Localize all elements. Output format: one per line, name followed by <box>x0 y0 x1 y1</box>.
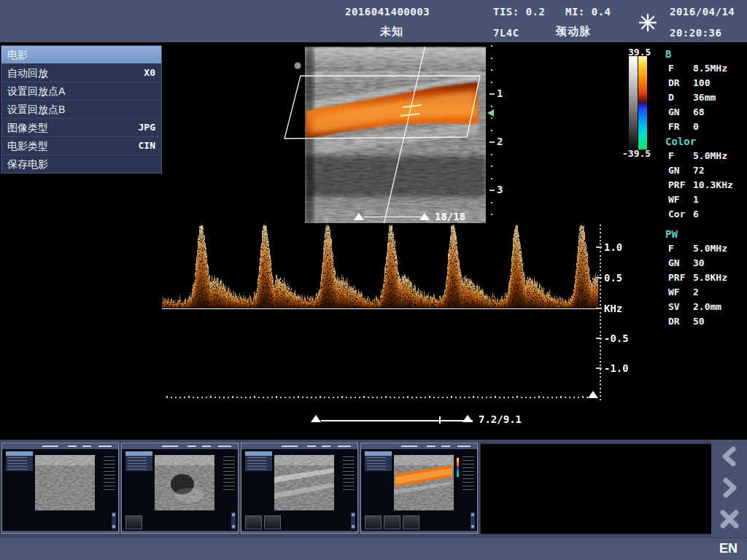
param-value: 36mm <box>693 90 746 105</box>
imaging-parameters-panel: BF8.5MHzDR100D36mmGN68FR0ColorF5.0MHzGN7… <box>664 47 746 329</box>
param-section-header-b: B <box>664 47 746 61</box>
time-dot <box>280 397 282 398</box>
depth-major-tick <box>489 93 495 95</box>
time-dot <box>236 397 238 398</box>
time-dot <box>337 397 338 398</box>
param-value: 68 <box>693 105 746 120</box>
loop-end-marker[interactable] <box>462 415 473 422</box>
menu-item-0[interactable]: 电影 <box>1 46 161 64</box>
time-dot <box>210 396 212 398</box>
thumbnail-3-bmode-layers[interactable] <box>241 443 358 534</box>
axis-label: -0.5 <box>604 332 629 344</box>
thumb-image <box>35 455 95 510</box>
cine-scrubber[interactable] <box>364 217 428 217</box>
filmstrip-prev-icon[interactable] <box>719 446 740 467</box>
depth-minor-tick <box>491 69 492 71</box>
param-row: F8.5MHz <box>664 61 746 76</box>
depth-minor-tick <box>491 117 492 119</box>
filmstrip-close-icon[interactable] <box>719 509 740 529</box>
menu-item-label: 设置回放点B <box>7 101 65 118</box>
param-label: FR <box>664 120 693 134</box>
time-dot <box>516 396 518 398</box>
thumbnail-4-color-doppler[interactable] <box>360 443 478 534</box>
param-row: GN72 <box>664 163 746 178</box>
param-label: GN <box>664 163 693 178</box>
time-dot <box>425 397 426 398</box>
time-dot <box>429 396 430 398</box>
param-value: 5.0MHz <box>693 149 746 163</box>
menu-item-1[interactable]: 自动回放X0 <box>1 64 161 82</box>
time-dot <box>193 397 194 398</box>
axis-dot <box>600 316 601 317</box>
thumbnail-1-bmode-plain[interactable] <box>1 443 119 534</box>
thumb-menu <box>125 451 152 471</box>
param-row: PRF5.8KHz <box>664 271 746 285</box>
time-dot <box>188 396 190 398</box>
filmstrip-next-icon[interactable] <box>719 478 740 498</box>
time-dot <box>298 396 299 398</box>
colorbar-min: -39.5 <box>622 148 651 159</box>
axis-dot <box>600 361 601 362</box>
axis-dot <box>600 244 601 245</box>
time-dot <box>411 397 413 398</box>
axis-dot <box>600 228 601 230</box>
time-dot <box>175 397 177 398</box>
loop-start-marker[interactable] <box>311 415 321 422</box>
axis-dot <box>600 240 601 241</box>
thumb-scrollbar <box>351 512 355 529</box>
param-row: F5.0MHz <box>664 149 746 163</box>
thumb-taskbar <box>2 531 118 533</box>
time-dot <box>477 397 479 398</box>
time-dot <box>368 397 369 398</box>
param-label: F <box>664 241 693 256</box>
time-dot <box>271 397 273 398</box>
depth-minor-tick <box>491 58 492 59</box>
axis-dot <box>600 285 601 287</box>
time-dot <box>254 396 255 398</box>
focus-position-marker[interactable] <box>487 109 494 117</box>
time-dot <box>390 397 391 398</box>
axis-dot <box>600 331 601 332</box>
time-dot <box>302 397 303 398</box>
axis-dot <box>600 232 601 233</box>
ultrasound-screen: 2016041400003 未知 TIS: 0.2 7L4C MI: 0.4 颈… <box>0 0 747 560</box>
axis-dot <box>600 357 601 359</box>
time-dot <box>241 397 242 398</box>
menu-item-3[interactable]: 设置回放点B <box>1 101 161 119</box>
param-label: F <box>664 61 693 76</box>
time-dot <box>306 397 308 398</box>
param-value: 1 <box>693 192 746 207</box>
thumb-menu <box>6 451 33 471</box>
cine-marker-b[interactable] <box>419 213 430 220</box>
param-label: GN <box>664 256 693 271</box>
time-dot <box>249 397 251 398</box>
cine-marker-a[interactable] <box>354 213 364 220</box>
probe-orientation-dot <box>295 63 301 69</box>
menu-item-2[interactable]: 设置回放点A <box>1 82 161 101</box>
thumb-scrollbar <box>112 512 116 529</box>
param-row: SV2.0mm <box>664 300 746 314</box>
menu-item-5[interactable]: 电影类型CIN <box>1 137 161 155</box>
menu-item-label: 自动回放 <box>7 64 48 82</box>
axis-dot <box>600 236 601 238</box>
axis-major-tick <box>596 368 602 369</box>
time-dot <box>166 396 168 398</box>
menu-item-4[interactable]: 图像类型JPG <box>1 119 161 137</box>
param-value: 2.0mm <box>693 300 746 314</box>
depth-minor-tick <box>491 202 492 203</box>
time-dot <box>333 397 334 398</box>
param-label: F <box>664 149 693 163</box>
time-dot <box>442 397 444 398</box>
param-row: D36mm <box>664 90 746 105</box>
param-value: 10.3KHz <box>693 178 746 192</box>
depth-minor-tick <box>491 154 492 155</box>
thumb-colorbar <box>457 458 459 477</box>
thumbnail-2-bmode-blob[interactable] <box>121 443 239 534</box>
param-row: WF1 <box>664 192 746 207</box>
time-dot <box>534 397 535 398</box>
menu-item-6[interactable]: 保存电影 <box>1 155 161 173</box>
language-indicator[interactable]: EN <box>719 541 738 556</box>
time-dot <box>512 397 514 398</box>
loop-progress-bar[interactable] <box>321 420 473 421</box>
axis-dot <box>600 323 601 324</box>
